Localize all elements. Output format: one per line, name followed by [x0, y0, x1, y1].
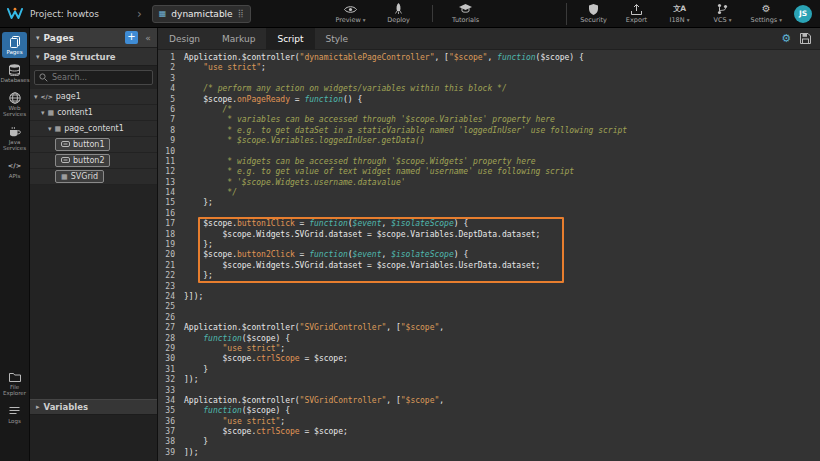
rail-bottom-items: File ExplorerLogs [0, 367, 29, 461]
globe-icon [9, 92, 21, 104]
rail-item-logs[interactable]: Logs [2, 401, 27, 427]
code-line[interactable]: 39]); [164, 448, 820, 458]
code-line[interactable]: 31 } [164, 365, 820, 375]
code-line[interactable]: 14 */ [164, 188, 820, 198]
rail-item-java-services[interactable]: Java Services [2, 122, 27, 154]
code-line[interactable]: 22 }; [164, 271, 820, 281]
code-line[interactable]: 34Application.$controller("SVGridControl… [164, 396, 820, 406]
code-line[interactable]: 37 $scope.ctrlScope = $scope; [164, 427, 820, 437]
topbar-action-export[interactable]: Export [622, 3, 652, 24]
code-line[interactable]: 30 $scope.ctrlScope = $scope; [164, 354, 820, 364]
collapse-panel-button[interactable]: « [142, 33, 154, 43]
wavemaker-logo[interactable] [0, 7, 30, 20]
rail-item-databases[interactable]: Databases [2, 60, 27, 86]
code-line[interactable]: 29 "use strict"; [164, 344, 820, 354]
line-number: 23 [164, 282, 184, 292]
code-line[interactable]: 12 * e.g. to get value of text widget na… [164, 167, 820, 177]
code-line[interactable]: 32]); [164, 375, 820, 385]
code-line[interactable]: 15 }; [164, 198, 820, 208]
save-icon[interactable] [800, 33, 811, 44]
code-line[interactable]: 27Application.$controller("SVGridControl… [164, 323, 820, 333]
chevron-right-icon: › [137, 9, 142, 19]
code-line[interactable]: 11 * widgets can be accessed through '$s… [164, 157, 820, 167]
code-line[interactable]: 21 $scope.Widgets.SVGrid.dataset = $scop… [164, 261, 820, 271]
code-line[interactable]: 20 $scope.button2Click = function($event… [164, 250, 820, 260]
tabs: DesignMarkupScriptStyle [158, 28, 359, 49]
page-selector-dropdown[interactable]: ▦ dynamictable ⣿ [152, 5, 251, 23]
code-area[interactable]: 1Application.$controller("dynamictablePa… [158, 50, 820, 461]
topbar-action-tutorials[interactable]: Tutorials [451, 3, 481, 24]
tab-script[interactable]: Script [266, 28, 314, 49]
code-line[interactable]: 17 $scope.button1Click = function($event… [164, 219, 820, 229]
tree-node-page-content1[interactable]: ▾▦page_content1 [30, 121, 157, 137]
code-text: }; [184, 240, 213, 250]
variables-section-header[interactable]: ▸ Variables [30, 399, 157, 415]
code-line[interactable]: 18 $scope.Widgets.SVGrid.dataset = $scop… [164, 230, 820, 240]
widget-chip[interactable]: button2 [55, 154, 110, 167]
topbar-action-i18n[interactable]: 文AI18N ▾ [665, 3, 695, 24]
search-input[interactable] [52, 73, 148, 82]
code-line[interactable]: 28 function($scope) { [164, 334, 820, 344]
tree-node-button1[interactable]: button1 [30, 137, 157, 153]
caret-down-icon[interactable]: ▾ [48, 125, 52, 133]
line-number: 20 [164, 250, 184, 260]
tab-design[interactable]: Design [158, 28, 211, 49]
rail-item-file-explorer[interactable]: File Explorer [2, 367, 27, 399]
topbar-action-preview[interactable]: Preview ▾ [335, 3, 365, 24]
line-number: 31 [164, 365, 184, 375]
code-line[interactable]: 7 * variables can be accessed through '$… [164, 115, 820, 125]
code-line[interactable]: 24}]); [164, 292, 820, 302]
code-line[interactable]: 23 [164, 282, 820, 292]
code-line[interactable]: 33 [164, 386, 820, 396]
line-number: 25 [164, 302, 184, 312]
code-line[interactable]: 16 [164, 209, 820, 219]
page-structure-header[interactable]: ▾ Page Structure [30, 48, 157, 66]
topbar-action-security[interactable]: Security [579, 3, 609, 24]
code-text: "use strict"; [184, 63, 266, 73]
tab-markup[interactable]: Markup [211, 28, 266, 49]
panel-title: Pages [44, 33, 121, 43]
folder-icon [9, 371, 21, 383]
tab-style[interactable]: Style [315, 28, 360, 49]
code-line[interactable]: 26 [164, 313, 820, 323]
rail-item-label: Web Services [2, 105, 27, 117]
topbar-action-vcs[interactable]: VCS ▾ [708, 3, 738, 24]
rail-item-pages[interactable]: Pages [2, 32, 27, 58]
widget-chip[interactable]: button1 [55, 138, 110, 151]
code-line[interactable]: 4 /* perform any action on widgets/varia… [164, 84, 820, 94]
code-line[interactable]: 8 * e.g. to get dataSet in a staticVaria… [164, 126, 820, 136]
rail-item-apis[interactable]: </>APIs [2, 156, 27, 182]
code-line[interactable]: 36 "use strict"; [164, 417, 820, 427]
rocket-icon [394, 3, 403, 15]
code-line[interactable]: 3 [164, 74, 820, 84]
code-text: }]); [184, 292, 203, 302]
topbar-action-deploy[interactable]: Deploy [384, 3, 414, 24]
code-line[interactable]: 5 $scope.onPageReady = function() { [164, 95, 820, 105]
code-line[interactable]: 19 }; [164, 240, 820, 250]
code-text: * e.g. to get dataSet in a staticVariabl… [184, 126, 627, 136]
topbar-action-settings[interactable]: ⚙Settings ▾ [751, 3, 783, 24]
code-line[interactable]: 38 } [164, 437, 820, 447]
rail-item-label: Logs [8, 418, 21, 424]
code-line[interactable]: 25 [164, 302, 820, 312]
rail-item-web-services[interactable]: Web Services [2, 88, 27, 120]
tree-node-content1[interactable]: ▾▦content1 [30, 105, 157, 121]
code-text: * variables can be accessed through '$sc… [184, 115, 555, 125]
caret-down-icon[interactable]: ▾ [41, 109, 45, 117]
code-line[interactable]: 35 function($scope) { [164, 406, 820, 416]
line-number: 15 [164, 198, 184, 208]
tree-node-page1[interactable]: ▾</>page1 [30, 89, 157, 105]
add-page-button[interactable]: + [125, 31, 138, 44]
code-line[interactable]: 9 * $scope.Variables.loggedInUser.getDat… [164, 136, 820, 146]
tree-node-svgrid[interactable]: ▦SVGrid [30, 169, 157, 185]
tree-node-button2[interactable]: button2 [30, 153, 157, 169]
caret-down-icon[interactable]: ▾ [34, 93, 38, 101]
code-line[interactable]: 13 * '$scope.Widgets.username.datavalue' [164, 178, 820, 188]
code-line[interactable]: 1Application.$controller("dynamictablePa… [164, 53, 820, 63]
user-avatar[interactable]: JS [794, 5, 812, 23]
widget-chip[interactable]: ▦SVGrid [55, 170, 104, 183]
code-line[interactable]: 10 [164, 147, 820, 157]
script-settings-gear-icon[interactable]: ⚙ [781, 33, 791, 44]
code-line[interactable]: 6 /* [164, 105, 820, 115]
code-line[interactable]: 2 "use strict"; [164, 63, 820, 73]
